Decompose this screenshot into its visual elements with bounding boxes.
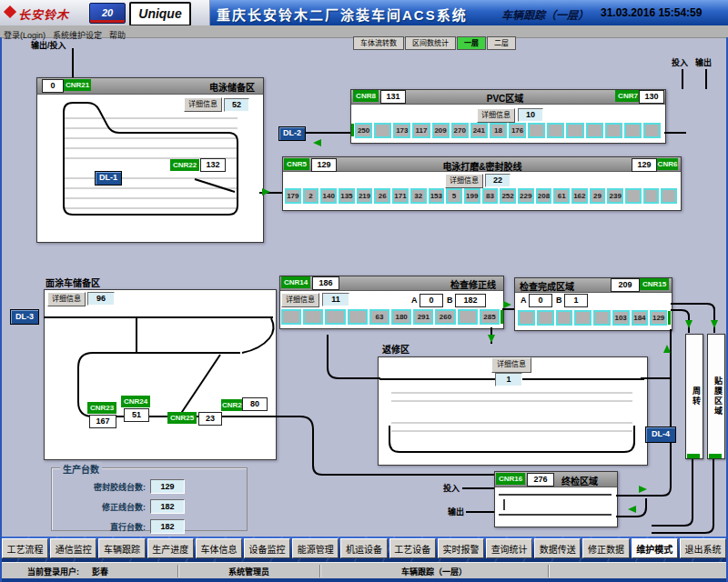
edip-detail-button[interactable]: 详细信息 bbox=[184, 97, 222, 112]
car-slot[interactable]: 171 bbox=[392, 188, 409, 204]
toolbar-button[interactable]: 工艺设备 bbox=[389, 538, 436, 558]
toolbar-button[interactable]: 机运设备 bbox=[340, 538, 387, 558]
car-slot[interactable]: 26 bbox=[374, 188, 390, 204]
car-slot[interactable]: 5 bbox=[446, 188, 462, 204]
arrow-right-icon bbox=[503, 301, 511, 308]
car-slot[interactable]: 83 bbox=[482, 188, 499, 204]
car-slot[interactable]: 260 bbox=[435, 309, 455, 325]
car-slot[interactable] bbox=[374, 123, 391, 138]
toolbar-button[interactable]: 实时报警 bbox=[438, 538, 484, 558]
car-slot[interactable]: 176 bbox=[509, 123, 526, 138]
car-slot[interactable] bbox=[303, 309, 323, 325]
car-slot[interactable]: 2 bbox=[303, 188, 319, 204]
b-label: B bbox=[447, 296, 453, 305]
car-slot[interactable] bbox=[593, 310, 611, 326]
car-slot[interactable]: 153 bbox=[429, 188, 445, 204]
car-slot[interactable] bbox=[556, 310, 573, 326]
window-frame-left bbox=[0, 37, 2, 582]
car-slot[interactable]: 129 bbox=[650, 310, 667, 326]
tab[interactable]: 一层 bbox=[457, 36, 486, 50]
production-row-label: 直行台数: bbox=[53, 521, 146, 533]
production-row-label: 密封胶线台数: bbox=[53, 481, 146, 493]
car-slot[interactable]: 285 bbox=[480, 309, 500, 325]
car-slot[interactable]: 29 bbox=[590, 188, 606, 204]
pvc-title: PVC区域 bbox=[419, 91, 592, 105]
car-slot[interactable] bbox=[537, 310, 554, 326]
tab[interactable]: 二层 bbox=[487, 36, 516, 50]
seal-detail-button[interactable]: 详细信息 bbox=[445, 174, 483, 188]
car-slot[interactable] bbox=[518, 310, 535, 326]
car-slot[interactable] bbox=[281, 309, 301, 325]
car-slot[interactable]: 270 bbox=[451, 123, 469, 138]
car-slot[interactable] bbox=[661, 188, 677, 204]
car-slot[interactable] bbox=[624, 123, 642, 138]
car-slot[interactable]: 180 bbox=[391, 309, 411, 325]
car-slot[interactable]: 173 bbox=[393, 123, 410, 138]
toolbar-button[interactable]: 设备监控 bbox=[244, 538, 290, 558]
car-slot[interactable]: 162 bbox=[571, 188, 588, 204]
toolbar-button[interactable]: 生产进度 bbox=[147, 538, 194, 558]
car-slot[interactable]: 179 bbox=[285, 188, 301, 204]
pvc-detail-button[interactable]: 详细信息 bbox=[477, 108, 515, 123]
car-slot[interactable] bbox=[348, 309, 368, 325]
toolbar-button[interactable]: 车体信息 bbox=[196, 538, 242, 558]
topcoat-detail-button[interactable]: 详细信息 bbox=[47, 292, 86, 306]
toolbar-button[interactable]: 能源管理 bbox=[292, 538, 339, 558]
car-slot[interactable]: 32 bbox=[410, 188, 427, 204]
toolbar-buttons: 工艺流程通信监控车辆跟踪生产进度车体信息设备监控能源管理机运设备工艺设备实时报警… bbox=[2, 538, 726, 558]
car-slot[interactable] bbox=[547, 123, 564, 138]
pvc-detail-value: 10 bbox=[518, 108, 543, 122]
car-slot[interactable] bbox=[605, 123, 622, 138]
cnr26-value: 80 bbox=[242, 397, 268, 411]
toolbar-button[interactable]: 通信监控 bbox=[50, 538, 96, 558]
car-slot[interactable]: 199 bbox=[464, 188, 480, 204]
car-slot[interactable]: 252 bbox=[500, 188, 516, 204]
car-slot[interactable]: 229 bbox=[518, 188, 534, 204]
menu-item[interactable]: 帮助 bbox=[106, 29, 129, 41]
rework-detail-button[interactable]: 详细信息 bbox=[491, 357, 531, 373]
car-slot[interactable] bbox=[325, 309, 345, 325]
toolbar-button[interactable]: 退出系统 bbox=[680, 538, 726, 558]
toolbar-button[interactable]: 工艺流程 bbox=[2, 538, 48, 558]
unique-logo: Unique bbox=[129, 2, 191, 26]
inspect-correct-detail-button[interactable]: 详细信息 bbox=[281, 293, 319, 307]
dl1-tag: DL-1 bbox=[95, 171, 122, 186]
car-slot[interactable]: 103 bbox=[612, 310, 630, 326]
car-slot[interactable] bbox=[586, 123, 603, 138]
production-title: 生产台数 bbox=[60, 462, 102, 476]
production-rows: 密封胶线台数: 129 修正线台数: 182 直行台数: 182 bbox=[53, 477, 235, 537]
car-slot[interactable]: 219 bbox=[357, 188, 373, 204]
car-slot[interactable]: 241 bbox=[470, 123, 488, 138]
car-slot[interactable]: 18 bbox=[490, 123, 507, 138]
car-slot[interactable] bbox=[458, 309, 478, 325]
toolbar-button[interactable]: 车辆跟踪 bbox=[98, 538, 145, 558]
toolbar-button[interactable]: 维护模式 bbox=[632, 538, 678, 558]
tab[interactable]: 区间数统计 bbox=[405, 36, 456, 50]
car-slot[interactable]: 117 bbox=[412, 123, 430, 138]
car-slot[interactable]: 239 bbox=[607, 188, 623, 204]
car-slot[interactable] bbox=[643, 123, 661, 138]
toolbar-button[interactable]: 查询统计 bbox=[486, 538, 532, 558]
tab[interactable]: 车体流转数 bbox=[353, 36, 404, 50]
car-slot[interactable] bbox=[574, 310, 592, 326]
car-slot[interactable]: 208 bbox=[536, 188, 552, 204]
car-slot[interactable]: 61 bbox=[553, 188, 570, 204]
car-slot[interactable]: 291 bbox=[413, 309, 433, 325]
toolbar-button[interactable]: 数据传送 bbox=[534, 538, 581, 558]
label-out-in: 输出/投入 bbox=[31, 39, 66, 51]
car-slot[interactable]: 250 bbox=[355, 123, 372, 138]
car-slot[interactable]: 135 bbox=[339, 188, 355, 204]
car-slot[interactable]: 184 bbox=[632, 310, 649, 326]
car-slot[interactable]: 140 bbox=[320, 188, 337, 204]
toolbar-button[interactable]: 修正数据 bbox=[582, 538, 629, 558]
car-slot[interactable] bbox=[528, 123, 545, 138]
production-row-value: 182 bbox=[150, 519, 185, 534]
car-slot[interactable]: 63 bbox=[369, 309, 389, 325]
car-slot[interactable] bbox=[625, 188, 642, 204]
rework-title: 返修区 bbox=[382, 342, 410, 356]
car-slot[interactable]: 209 bbox=[432, 123, 450, 138]
car-slot[interactable] bbox=[566, 123, 583, 138]
car-slot[interactable] bbox=[643, 188, 660, 204]
arrow-down-icon bbox=[711, 320, 718, 328]
cnr6-tag: CNR6 bbox=[657, 158, 678, 170]
